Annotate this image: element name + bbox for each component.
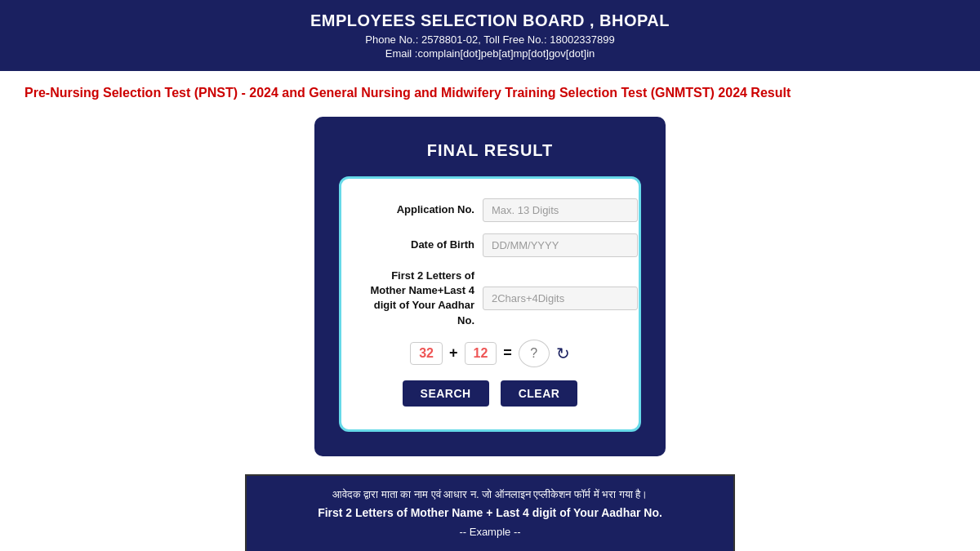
mother-aadhar-row: First 2 Letters of Mother Name+Last 4 di… — [364, 269, 616, 328]
result-card-title: FINAL RESULT — [427, 141, 554, 160]
application-no-row: Application No. — [364, 198, 616, 222]
page-title: Pre-Nursing Selection Test (PNST) - 2024… — [24, 86, 956, 100]
application-no-label: Application No. — [364, 202, 483, 217]
header-title: EMPLOYEES SELECTION BOARD , BHOPAL — [16, 11, 964, 30]
info-box: आवेदक द्वारा माता का नाम एवं आधार न. जो … — [245, 474, 735, 551]
captcha-refresh-button[interactable]: ↻ — [556, 344, 570, 363]
result-card: FINAL RESULT Application No. Date of Bir… — [314, 117, 666, 456]
main-content: FINAL RESULT Application No. Date of Bir… — [0, 109, 980, 551]
page-title-bar: Pre-Nursing Selection Test (PNST) - 2024… — [0, 71, 980, 109]
form-buttons: SEARCH CLEAR — [364, 380, 616, 407]
dob-label: Date of Birth — [364, 238, 483, 252]
info-box-line2: First 2 Letters of Mother Name + Last 4 … — [271, 504, 709, 523]
search-button[interactable]: SEARCH — [403, 380, 489, 407]
info-box-line1: आवेदक द्वारा माता का नाम एवं आधार न. जो … — [271, 486, 709, 504]
captcha-num2: 12 — [465, 342, 497, 365]
dob-input[interactable] — [483, 233, 638, 257]
form-card: Application No. Date of Birth First 2 Le… — [339, 176, 641, 432]
captcha-equals: = — [503, 344, 512, 362]
captcha-num1: 32 — [410, 342, 443, 365]
captcha-operator: + — [449, 344, 458, 362]
info-box-line3: -- Example -- — [271, 523, 709, 541]
header-email: Email :complain[dot]peb[at]mp[dot]gov[do… — [16, 47, 964, 60]
application-no-input[interactable] — [483, 198, 638, 222]
clear-button[interactable]: CLEAR — [501, 380, 578, 407]
header-phone: Phone No.: 2578801-02, Toll Free No.: 18… — [16, 33, 964, 46]
mother-aadhar-label: First 2 Letters of Mother Name+Last 4 di… — [364, 269, 483, 328]
mother-aadhar-input[interactable] — [483, 287, 638, 310]
dob-row: Date of Birth — [364, 233, 616, 257]
site-header: EMPLOYEES SELECTION BOARD , BHOPAL Phone… — [0, 0, 980, 71]
captcha-answer-input[interactable] — [519, 340, 550, 367]
captcha-row: 32 + 12 = ↻ — [364, 340, 616, 367]
